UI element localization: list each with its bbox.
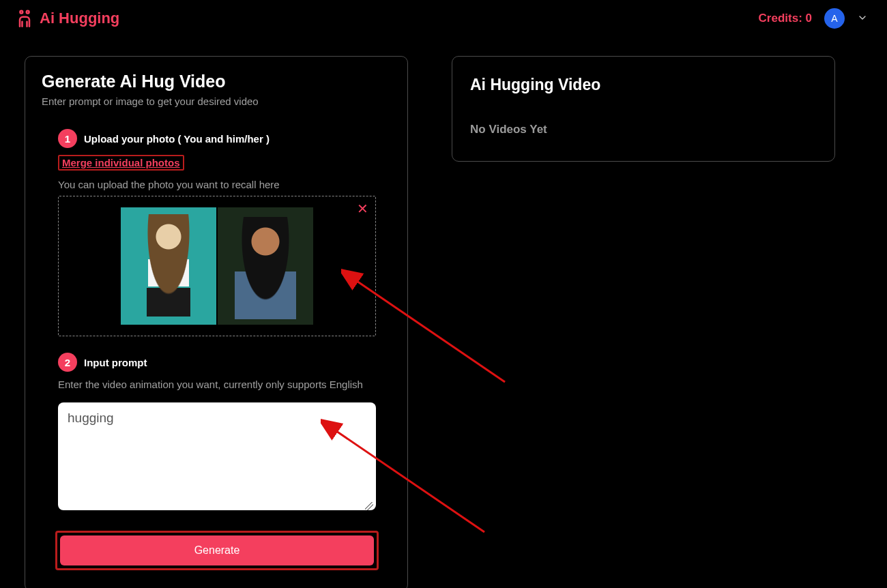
- generate-panel: Generate Ai Hug Video Enter prompt or im…: [25, 56, 408, 588]
- step-2-badge: 2: [58, 353, 77, 372]
- credits-label[interactable]: Credits: 0: [759, 12, 812, 25]
- prompt-hint: Enter the video animation you want, curr…: [58, 379, 391, 390]
- step-2-row: 2 Input prompt: [58, 353, 391, 372]
- content: Generate Ai Hug Video Enter prompt or im…: [0, 37, 887, 588]
- logo-icon: [15, 9, 34, 28]
- merge-photos-link[interactable]: Merge individual photos: [58, 155, 184, 171]
- panel-subtitle: Enter prompt or image to get your desire…: [42, 95, 391, 107]
- upload-hint: You can upload the photo you want to rec…: [58, 179, 391, 190]
- no-videos-text: No Videos Yet: [470, 123, 817, 136]
- step-1-row: 1 Upload your photo ( You and him/her ) …: [58, 129, 391, 171]
- videos-panel: Ai Hugging Video No Videos Yet: [452, 56, 835, 162]
- generate-highlight: Generate: [55, 531, 379, 570]
- svg-point-0: [20, 11, 23, 14]
- brand-text: Ai Hugging: [40, 10, 119, 27]
- brand[interactable]: Ai Hugging: [15, 9, 119, 28]
- generate-button[interactable]: Generate: [60, 535, 374, 565]
- avatar[interactable]: A: [824, 8, 845, 29]
- uploaded-photo-2[interactable]: [218, 207, 313, 325]
- panel-title: Generate Ai Hug Video: [42, 72, 391, 91]
- uploaded-photo-1[interactable]: [121, 207, 216, 325]
- avatar-letter: A: [831, 13, 837, 24]
- step-2-label: Input prompt: [84, 357, 147, 368]
- videos-title: Ai Hugging Video: [470, 76, 817, 94]
- step-1-label: Upload your photo ( You and him/her ): [84, 133, 270, 145]
- step-1-badge: 1: [58, 129, 77, 148]
- header: Ai Hugging Credits: 0 A: [0, 0, 887, 37]
- upload-dropzone[interactable]: ✕: [58, 196, 376, 336]
- chevron-down-icon[interactable]: [857, 12, 868, 25]
- close-icon[interactable]: ✕: [357, 201, 368, 217]
- prompt-input[interactable]: [58, 402, 376, 510]
- header-right: Credits: 0 A: [759, 8, 868, 29]
- svg-point-1: [27, 11, 29, 14]
